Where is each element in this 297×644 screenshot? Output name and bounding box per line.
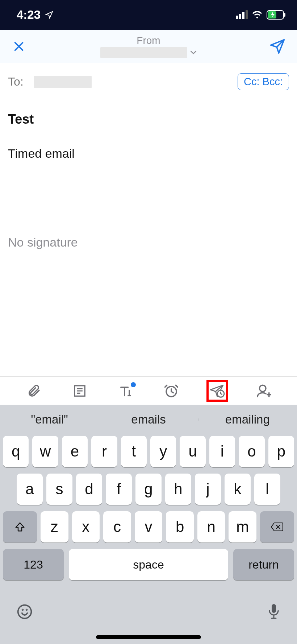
- key-j[interactable]: j: [195, 474, 221, 505]
- key-n[interactable]: n: [197, 511, 225, 542]
- shift-key[interactable]: [3, 511, 37, 542]
- svg-point-7: [18, 605, 32, 619]
- send-later-button[interactable]: [206, 380, 228, 402]
- emoji-icon: [17, 604, 33, 620]
- suggestion-bar: "email" emails emailing: [0, 405, 297, 434]
- location-icon: [45, 11, 54, 19]
- key-s[interactable]: s: [46, 474, 72, 505]
- svg-point-6: [259, 385, 266, 392]
- key-l[interactable]: l: [254, 474, 280, 505]
- add-contact-button[interactable]: [252, 380, 274, 402]
- key-v[interactable]: v: [135, 511, 163, 542]
- key-w[interactable]: w: [32, 436, 58, 467]
- key-row-2: a s d f g h j k l: [3, 474, 294, 505]
- battery-icon: [267, 10, 286, 20]
- key-row-1: q w e r t y u i o p: [3, 436, 294, 467]
- microphone-icon: [267, 603, 280, 620]
- key-y[interactable]: y: [150, 436, 176, 467]
- close-button[interactable]: [11, 38, 27, 54]
- compose-toolbar: [0, 376, 297, 405]
- cellular-icon: [236, 11, 248, 19]
- key-p[interactable]: p: [268, 436, 294, 467]
- key-e[interactable]: e: [62, 436, 88, 467]
- backspace-key[interactable]: [260, 511, 294, 542]
- body-field[interactable]: Timed email: [0, 133, 297, 167]
- suggestion-2[interactable]: emails: [99, 413, 198, 426]
- key-i[interactable]: i: [209, 436, 235, 467]
- cc-bcc-button[interactable]: Cc: Bcc:: [238, 73, 289, 90]
- attachment-button[interactable]: [23, 380, 45, 402]
- key-f[interactable]: f: [106, 474, 132, 505]
- from-label: From: [137, 35, 160, 46]
- key-d[interactable]: d: [76, 474, 102, 505]
- text-format-button[interactable]: [115, 380, 137, 402]
- shift-icon: [14, 521, 25, 532]
- from-address-redacted: [100, 47, 187, 58]
- key-g[interactable]: g: [135, 474, 162, 505]
- send-button[interactable]: [269, 38, 286, 55]
- key-a[interactable]: a: [17, 474, 43, 505]
- backspace-icon: [271, 522, 284, 532]
- key-t[interactable]: t: [121, 436, 147, 467]
- subject-field[interactable]: Test: [0, 100, 297, 133]
- home-indicator[interactable]: [96, 635, 201, 639]
- key-k[interactable]: k: [225, 474, 251, 505]
- suggestion-3[interactable]: emailing: [198, 413, 297, 426]
- svg-point-9: [26, 610, 27, 610]
- key-row-3: z x c v b n m: [3, 511, 294, 542]
- key-z[interactable]: z: [41, 511, 68, 542]
- to-address-redacted: [34, 76, 92, 88]
- key-b[interactable]: b: [166, 511, 194, 542]
- numeric-key[interactable]: 123: [3, 549, 64, 580]
- suggestion-1[interactable]: "email": [0, 413, 99, 426]
- reminder-button[interactable]: [160, 380, 182, 402]
- emoji-button[interactable]: [17, 604, 33, 620]
- return-key[interactable]: return: [233, 549, 294, 580]
- key-q[interactable]: q: [3, 436, 29, 467]
- from-selector[interactable]: [100, 47, 197, 58]
- chevron-down-icon: [190, 50, 197, 55]
- svg-rect-10: [272, 604, 276, 613]
- key-x[interactable]: x: [72, 511, 100, 542]
- key-o[interactable]: o: [239, 436, 264, 467]
- status-time: 4:23: [17, 8, 41, 22]
- keyboard: "email" emails emailing q w e r t y u i …: [0, 405, 297, 644]
- template-button[interactable]: [69, 380, 91, 402]
- svg-point-8: [22, 610, 23, 610]
- space-key[interactable]: space: [69, 549, 228, 580]
- signature-placeholder[interactable]: No signature: [0, 235, 297, 249]
- status-bar: 4:23: [0, 0, 297, 30]
- to-row[interactable]: To: Cc: Bcc:: [0, 67, 297, 97]
- key-m[interactable]: m: [229, 511, 256, 542]
- key-row-4: 123 space return: [3, 549, 294, 580]
- to-label: To:: [8, 75, 24, 88]
- dictation-button[interactable]: [267, 603, 280, 620]
- key-r[interactable]: r: [91, 436, 117, 467]
- key-u[interactable]: u: [180, 436, 205, 467]
- wifi-icon: [252, 11, 263, 19]
- key-h[interactable]: h: [165, 474, 191, 505]
- notification-dot-icon: [131, 382, 136, 387]
- key-c[interactable]: c: [103, 511, 131, 542]
- compose-header: From: [0, 30, 297, 63]
- svg-rect-1: [284, 13, 285, 17]
